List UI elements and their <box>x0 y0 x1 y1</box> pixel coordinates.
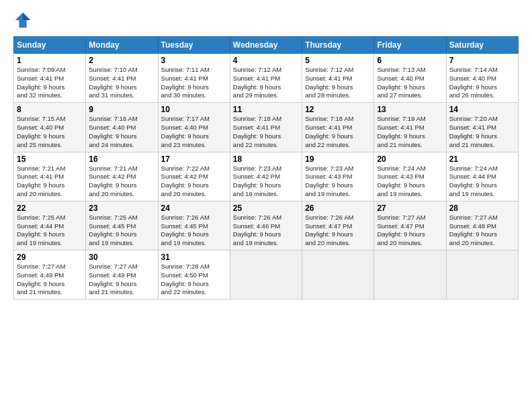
day-info: Sunrise: 7:13 AM Sunset: 4:40 PM Dayligh… <box>377 66 443 100</box>
day-cell: 4Sunrise: 7:12 AM Sunset: 4:41 PM Daylig… <box>230 54 302 103</box>
day-cell <box>446 250 518 300</box>
day-cell: 20Sunrise: 7:24 AM Sunset: 4:43 PM Dayli… <box>374 152 446 201</box>
day-number: 6 <box>377 56 443 65</box>
col-header-wednesday: Wednesday <box>230 37 302 54</box>
day-info: Sunrise: 7:22 AM Sunset: 4:42 PM Dayligh… <box>161 165 227 199</box>
day-number: 30 <box>89 253 154 262</box>
day-cell: 12Sunrise: 7:18 AM Sunset: 4:41 PM Dayli… <box>302 103 374 152</box>
day-cell: 16Sunrise: 7:21 AM Sunset: 4:42 PM Dayli… <box>86 152 158 201</box>
day-number: 12 <box>305 105 371 114</box>
day-number: 9 <box>89 105 154 114</box>
logo-icon <box>13 11 32 30</box>
day-info: Sunrise: 7:27 AM Sunset: 4:47 PM Dayligh… <box>377 214 443 248</box>
week-row-5: 29Sunrise: 7:27 AM Sunset: 4:49 PM Dayli… <box>14 250 519 300</box>
day-number: 28 <box>449 203 515 213</box>
day-number: 25 <box>233 203 299 213</box>
day-cell: 24Sunrise: 7:26 AM Sunset: 4:45 PM Dayli… <box>158 201 230 250</box>
day-cell: 9Sunrise: 7:16 AM Sunset: 4:40 PM Daylig… <box>86 103 158 152</box>
day-cell: 30Sunrise: 7:27 AM Sunset: 4:49 PM Dayli… <box>86 250 158 300</box>
day-number: 1 <box>17 56 83 65</box>
day-info: Sunrise: 7:18 AM Sunset: 4:41 PM Dayligh… <box>305 115 371 149</box>
col-header-saturday: Saturday <box>446 37 518 54</box>
day-cell: 6Sunrise: 7:13 AM Sunset: 4:40 PM Daylig… <box>374 54 446 103</box>
day-info: Sunrise: 7:23 AM Sunset: 4:42 PM Dayligh… <box>233 165 299 199</box>
day-cell: 18Sunrise: 7:23 AM Sunset: 4:42 PM Dayli… <box>230 152 302 201</box>
page: SundayMondayTuesdayWednesdayThursdayFrid… <box>0 0 532 411</box>
day-number: 7 <box>449 56 515 65</box>
day-number: 4 <box>233 56 299 65</box>
week-row-4: 22Sunrise: 7:25 AM Sunset: 4:44 PM Dayli… <box>14 201 519 250</box>
header-row: SundayMondayTuesdayWednesdayThursdayFrid… <box>14 37 519 54</box>
day-cell: 29Sunrise: 7:27 AM Sunset: 4:49 PM Dayli… <box>14 250 86 300</box>
day-number: 19 <box>305 154 371 164</box>
day-info: Sunrise: 7:27 AM Sunset: 4:49 PM Dayligh… <box>17 263 83 297</box>
day-info: Sunrise: 7:09 AM Sunset: 4:41 PM Dayligh… <box>17 66 83 100</box>
day-cell <box>302 250 374 300</box>
day-number: 20 <box>377 154 443 164</box>
col-header-monday: Monday <box>86 37 158 54</box>
day-cell <box>374 250 446 300</box>
day-cell: 23Sunrise: 7:25 AM Sunset: 4:45 PM Dayli… <box>86 201 158 250</box>
day-info: Sunrise: 7:26 AM Sunset: 4:45 PM Dayligh… <box>161 214 227 248</box>
day-cell: 28Sunrise: 7:27 AM Sunset: 4:48 PM Dayli… <box>446 201 518 250</box>
day-cell: 1Sunrise: 7:09 AM Sunset: 4:41 PM Daylig… <box>14 54 86 103</box>
calendar-table: SundayMondayTuesdayWednesdayThursdayFrid… <box>13 36 519 300</box>
day-number: 8 <box>17 105 83 114</box>
day-number: 5 <box>305 56 371 65</box>
day-cell: 14Sunrise: 7:20 AM Sunset: 4:41 PM Dayli… <box>446 103 518 152</box>
day-cell: 7Sunrise: 7:14 AM Sunset: 4:40 PM Daylig… <box>446 54 518 103</box>
day-number: 15 <box>17 154 83 164</box>
day-info: Sunrise: 7:28 AM Sunset: 4:50 PM Dayligh… <box>161 263 227 297</box>
day-info: Sunrise: 7:15 AM Sunset: 4:40 PM Dayligh… <box>17 115 83 149</box>
day-info: Sunrise: 7:10 AM Sunset: 4:41 PM Dayligh… <box>89 66 154 100</box>
day-number: 22 <box>17 203 83 213</box>
day-info: Sunrise: 7:20 AM Sunset: 4:41 PM Dayligh… <box>449 115 515 149</box>
day-info: Sunrise: 7:27 AM Sunset: 4:48 PM Dayligh… <box>449 214 515 248</box>
day-cell: 27Sunrise: 7:27 AM Sunset: 4:47 PM Dayli… <box>374 201 446 250</box>
col-header-tuesday: Tuesday <box>158 37 230 54</box>
day-number: 27 <box>377 203 443 213</box>
day-cell: 22Sunrise: 7:25 AM Sunset: 4:44 PM Dayli… <box>14 201 86 250</box>
day-info: Sunrise: 7:25 AM Sunset: 4:44 PM Dayligh… <box>17 214 83 248</box>
day-number: 11 <box>233 105 299 114</box>
day-cell: 10Sunrise: 7:17 AM Sunset: 4:40 PM Dayli… <box>158 103 230 152</box>
day-number: 17 <box>161 154 227 164</box>
week-row-2: 8Sunrise: 7:15 AM Sunset: 4:40 PM Daylig… <box>14 103 519 152</box>
day-number: 16 <box>89 154 154 164</box>
day-cell: 31Sunrise: 7:28 AM Sunset: 4:50 PM Dayli… <box>158 250 230 300</box>
day-info: Sunrise: 7:24 AM Sunset: 4:43 PM Dayligh… <box>377 165 443 199</box>
day-number: 10 <box>161 105 227 114</box>
day-info: Sunrise: 7:17 AM Sunset: 4:40 PM Dayligh… <box>161 115 227 149</box>
day-number: 13 <box>377 105 443 114</box>
day-cell: 11Sunrise: 7:18 AM Sunset: 4:41 PM Dayli… <box>230 103 302 152</box>
day-cell: 26Sunrise: 7:26 AM Sunset: 4:47 PM Dayli… <box>302 201 374 250</box>
svg-marker-1 <box>23 13 30 20</box>
day-number: 14 <box>449 105 515 114</box>
day-number: 23 <box>89 203 154 213</box>
col-header-thursday: Thursday <box>302 37 374 54</box>
day-info: Sunrise: 7:18 AM Sunset: 4:41 PM Dayligh… <box>233 115 299 149</box>
day-info: Sunrise: 7:12 AM Sunset: 4:41 PM Dayligh… <box>233 66 299 100</box>
day-info: Sunrise: 7:14 AM Sunset: 4:40 PM Dayligh… <box>449 66 515 100</box>
day-info: Sunrise: 7:12 AM Sunset: 4:41 PM Dayligh… <box>305 66 371 100</box>
day-number: 3 <box>161 56 227 65</box>
day-number: 2 <box>89 56 154 65</box>
day-info: Sunrise: 7:23 AM Sunset: 4:43 PM Dayligh… <box>305 165 371 199</box>
day-cell: 8Sunrise: 7:15 AM Sunset: 4:40 PM Daylig… <box>14 103 86 152</box>
day-cell: 13Sunrise: 7:19 AM Sunset: 4:41 PM Dayli… <box>374 103 446 152</box>
day-info: Sunrise: 7:19 AM Sunset: 4:41 PM Dayligh… <box>377 115 443 149</box>
day-info: Sunrise: 7:11 AM Sunset: 4:41 PM Dayligh… <box>161 66 227 100</box>
day-info: Sunrise: 7:24 AM Sunset: 4:44 PM Dayligh… <box>449 165 515 199</box>
day-info: Sunrise: 7:16 AM Sunset: 4:40 PM Dayligh… <box>89 115 154 149</box>
day-info: Sunrise: 7:26 AM Sunset: 4:47 PM Dayligh… <box>305 214 371 248</box>
day-info: Sunrise: 7:25 AM Sunset: 4:45 PM Dayligh… <box>89 214 154 248</box>
day-number: 18 <box>233 154 299 164</box>
day-number: 29 <box>17 253 83 262</box>
day-cell <box>230 250 302 300</box>
day-cell: 17Sunrise: 7:22 AM Sunset: 4:42 PM Dayli… <box>158 152 230 201</box>
day-cell: 3Sunrise: 7:11 AM Sunset: 4:41 PM Daylig… <box>158 54 230 103</box>
day-cell: 25Sunrise: 7:26 AM Sunset: 4:46 PM Dayli… <box>230 201 302 250</box>
day-info: Sunrise: 7:21 AM Sunset: 4:42 PM Dayligh… <box>89 165 154 199</box>
day-cell: 19Sunrise: 7:23 AM Sunset: 4:43 PM Dayli… <box>302 152 374 201</box>
day-info: Sunrise: 7:26 AM Sunset: 4:46 PM Dayligh… <box>233 214 299 248</box>
